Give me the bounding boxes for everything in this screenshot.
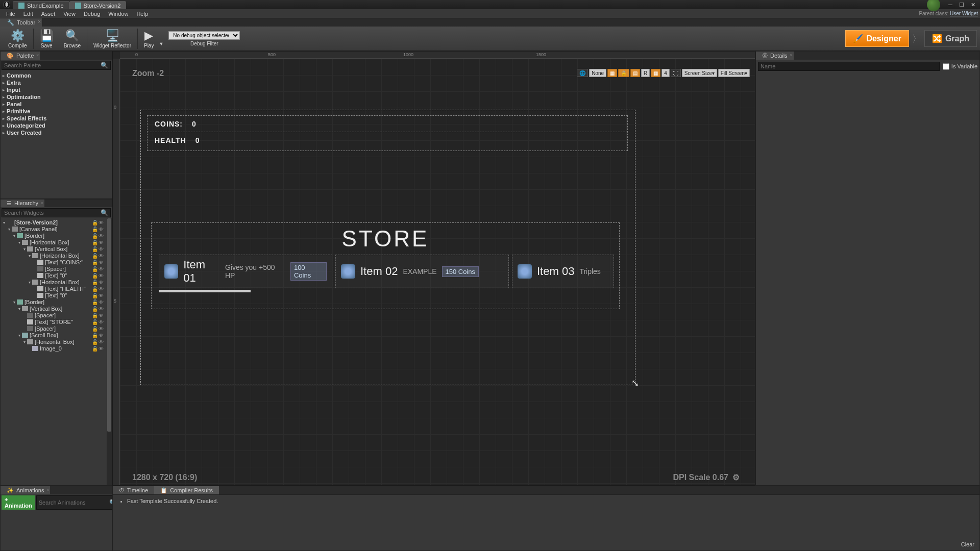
menu-view[interactable]: View [59, 10, 80, 18]
unlock-icon[interactable]: 🔓 [92, 246, 98, 252]
palette-category[interactable]: User Created [3, 129, 110, 136]
fill-screen-dropdown[interactable]: Fill Screen ▾ [718, 69, 750, 77]
eye-icon[interactable]: 👁 [99, 266, 104, 272]
eye-icon[interactable]: 👁 [99, 306, 104, 312]
unlock-icon[interactable]: 🔓 [92, 306, 98, 312]
animations-tab[interactable]: ✨ Animations × [1, 486, 50, 494]
eye-icon[interactable]: 👁 [99, 220, 104, 226]
clear-button[interactable]: Clear [961, 541, 974, 547]
play-dropdown-icon[interactable]: ▼ [159, 41, 163, 46]
tree-node[interactable]: Image_0🔓👁 [2, 345, 111, 352]
widget-reflector-button[interactable]: 🖥️ Widget Reflector [88, 28, 136, 49]
play-button[interactable]: ▶ Play [139, 28, 159, 49]
grid-size-button[interactable]: 4 [662, 69, 670, 77]
palette-category[interactable]: Panel [3, 101, 110, 108]
eye-icon[interactable]: 👁 [99, 240, 104, 245]
close-icon[interactable]: × [38, 19, 41, 24]
gear-icon[interactable]: ⚙ [732, 472, 740, 482]
unlock-icon[interactable]: 🔓 [92, 240, 98, 245]
tree-node[interactable]: ▾[Vertical Box]🔓👁 [2, 246, 111, 253]
palette-category[interactable]: Optimization [3, 93, 110, 101]
health-row[interactable]: HEALTH 0 [148, 132, 627, 148]
coins-row[interactable]: COINS: 0 [148, 116, 627, 132]
minimize-button[interactable]: ─ [945, 1, 955, 8]
close-icon[interactable]: × [790, 53, 792, 58]
compile-button[interactable]: ⚙️ Compile [3, 28, 32, 49]
palette-category[interactable]: Primitive [3, 108, 110, 115]
layout-button-1[interactable]: ▦ [607, 69, 617, 77]
eye-icon[interactable]: 👁 [99, 227, 104, 232]
maximize-button[interactable]: ☐ [957, 1, 967, 8]
canvas-panel-widget[interactable]: COINS: 0 HEALTH 0 STORE Item 01 Gives yo… [140, 110, 635, 385]
close-icon[interactable]: × [41, 201, 43, 206]
add-animation-button[interactable]: + Animation [2, 495, 35, 510]
tree-node[interactable]: [Text] "COINS:"🔓👁 [2, 259, 111, 266]
unlock-icon[interactable]: 🔓 [92, 227, 98, 232]
browse-button[interactable]: 🔍 Browse [59, 28, 86, 49]
close-icon[interactable]: × [46, 487, 49, 492]
close-button[interactable]: ✕ [968, 1, 978, 8]
grid-snap-button[interactable]: ▦ [651, 69, 660, 77]
toolbar-tab[interactable]: 🔧 Toolbar × [0, 18, 43, 27]
canvas-area[interactable]: Zoom -2 🌐 None ▦ 🔒 ▤ R ▦ 4 ⛶ Screen Size… [120, 59, 755, 485]
hierarchy-search-input[interactable] [4, 210, 101, 216]
tree-node[interactable]: ▾[Vertical Box]🔓👁 [2, 306, 111, 312]
eye-icon[interactable]: 👁 [99, 280, 104, 285]
lock-button[interactable]: 🔒 [618, 69, 629, 77]
store-item[interactable]: Item 01 Gives you +500 HP 100 Coins [159, 255, 332, 288]
menu-help[interactable]: Help [132, 10, 152, 18]
palette-search-input[interactable] [4, 62, 101, 68]
eye-icon[interactable]: 👁 [99, 326, 104, 332]
tree-node[interactable]: ▾[Store-Version2]🔓👁 [2, 219, 111, 226]
palette-category[interactable]: Common [3, 72, 110, 79]
palette-category[interactable]: Uncategorized [3, 122, 110, 129]
eye-icon[interactable]: 👁 [99, 233, 104, 239]
eye-icon[interactable]: 👁 [99, 339, 104, 345]
screen-size-dropdown[interactable]: Screen Size ▾ [682, 69, 717, 77]
eye-icon[interactable]: 👁 [99, 246, 104, 252]
compiler-results-tab[interactable]: 📋 Compiler Results [154, 486, 219, 494]
tree-node[interactable]: ▾[Horizontal Box]🔓👁 [2, 253, 111, 259]
menu-file[interactable]: File [2, 10, 19, 18]
store-scroll-box[interactable]: Item 01 Gives you +500 HP 100 Coins Item… [152, 255, 619, 288]
palette-category[interactable]: Input [3, 86, 110, 93]
unlock-icon[interactable]: 🔓 [92, 326, 98, 332]
tree-node[interactable]: ▾[Border]🔓👁 [2, 299, 111, 306]
parent-class-link[interactable]: User Widget [950, 11, 978, 16]
hierarchy-tab[interactable]: ☰ Hierarchy × [1, 199, 44, 207]
unlock-icon[interactable]: 🔓 [92, 260, 98, 265]
designer-mode-button[interactable]: 🖌️ Designer [845, 30, 909, 47]
scrollbar-thumb[interactable] [159, 290, 251, 292]
tree-node[interactable]: [Text] "0"🔓👁 [2, 292, 111, 299]
menu-edit[interactable]: Edit [19, 10, 37, 18]
eye-icon[interactable]: 👁 [99, 260, 104, 265]
store-item[interactable]: Item 03 Triples [512, 255, 614, 288]
unlock-icon[interactable]: 🔓 [92, 319, 98, 325]
window-tab-1[interactable]: Store-Version2 [69, 1, 127, 9]
palette-category[interactable]: Extra [3, 79, 110, 86]
eye-icon[interactable]: 👁 [99, 273, 104, 279]
unlock-icon[interactable]: 🔓 [92, 233, 98, 239]
palette-search[interactable]: 🔍 [2, 61, 111, 70]
tree-node[interactable]: ▾[Horizontal Box]🔓👁 [2, 279, 111, 286]
zoom-fit-button[interactable]: ⛶ [671, 69, 681, 77]
is-variable-checkbox[interactable]: Is Variable [943, 63, 977, 70]
tree-node[interactable]: ▾[Horizontal Box]🔓👁 [2, 239, 111, 246]
hierarchy-search[interactable]: 🔍 [2, 208, 111, 217]
palette-tab[interactable]: 🎨 Palette × [1, 52, 40, 60]
unlock-icon[interactable]: 🔓 [92, 313, 98, 318]
animations-search-input[interactable] [39, 499, 109, 506]
layout-button-2[interactable]: ▤ [630, 69, 640, 77]
localization-button[interactable]: 🌐 [577, 69, 588, 77]
stats-border-widget[interactable]: COINS: 0 HEALTH 0 [147, 115, 628, 151]
unlock-icon[interactable]: 🔓 [92, 220, 98, 226]
menu-window[interactable]: Window [104, 10, 132, 18]
tree-node[interactable]: [Text] "0"🔓👁 [2, 272, 111, 279]
eye-icon[interactable]: 👁 [99, 313, 104, 318]
outline-none-button[interactable]: None [589, 69, 606, 77]
unlock-icon[interactable]: 🔓 [92, 286, 98, 292]
scrollbar[interactable] [107, 218, 112, 485]
menu-debug[interactable]: Debug [80, 10, 104, 18]
tree-node[interactable]: [Spacer]🔓👁 [2, 325, 111, 332]
unlock-icon[interactable]: 🔓 [92, 333, 98, 338]
